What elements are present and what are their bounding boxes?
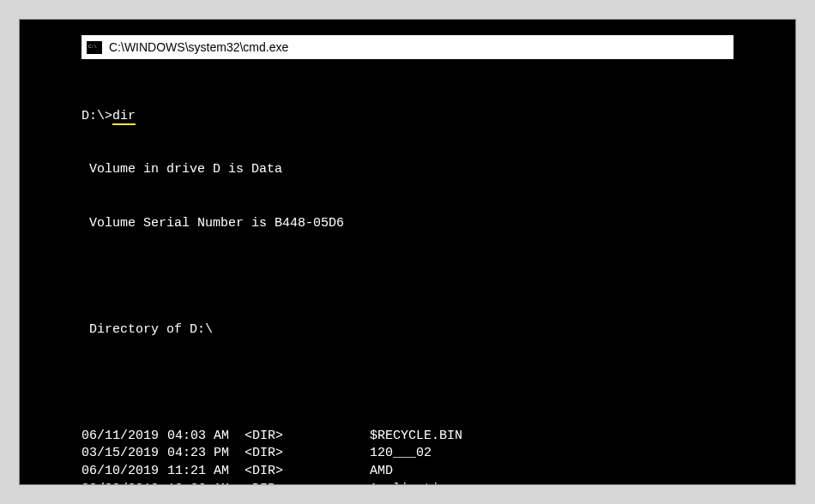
title-bar[interactable]: C:\WINDOWS\system32\cmd.exe bbox=[82, 35, 734, 59]
prompt-prefix: D:\> bbox=[82, 109, 112, 123]
dir-entry: 06/11/201904:03 AM<DIR>$RECYCLE.BIN bbox=[82, 428, 734, 446]
entry-name: 120___02 bbox=[370, 445, 432, 463]
cmd-icon bbox=[87, 41, 102, 54]
entry-time: 11:21 AM bbox=[167, 463, 244, 481]
entry-date: 08/02/2019 bbox=[82, 481, 167, 485]
console-window: C:\WINDOWS\system32\cmd.exe D:\>dir Volu… bbox=[19, 19, 796, 485]
entry-date: 06/10/2019 bbox=[82, 463, 167, 481]
entry-type: <DIR> bbox=[244, 481, 370, 485]
prompt-line: D:\>dir bbox=[82, 108, 734, 126]
entry-type: <DIR> bbox=[244, 445, 370, 463]
entry-time: 12:36 AM bbox=[167, 481, 244, 485]
terminal-output[interactable]: D:\>dir Volume in drive D is Data Volume… bbox=[82, 73, 734, 485]
entry-name: $RECYCLE.BIN bbox=[370, 428, 462, 446]
dir-entry: 06/10/201911:21 AM<DIR>AMD bbox=[82, 463, 734, 481]
blank-line bbox=[82, 268, 734, 286]
typed-command: dir bbox=[112, 109, 136, 125]
entry-date: 06/11/2019 bbox=[82, 428, 167, 446]
volume-line: Volume in drive D is Data bbox=[82, 161, 734, 179]
entry-date: 03/15/2019 bbox=[82, 445, 167, 463]
entry-time: 04:03 AM bbox=[167, 428, 244, 446]
entry-type: <DIR> bbox=[244, 428, 370, 446]
window-title: C:\WINDOWS\system32\cmd.exe bbox=[109, 40, 288, 54]
entry-name: Application bbox=[370, 481, 455, 485]
entry-time: 04:23 PM bbox=[167, 445, 244, 463]
dir-entry: 03/15/201904:23 PM<DIR>120___02 bbox=[82, 445, 734, 463]
directory-listing: 06/11/201904:03 AM<DIR>$RECYCLE.BIN03/15… bbox=[82, 428, 734, 485]
serial-line: Volume Serial Number is B448-05D6 bbox=[82, 215, 734, 233]
directory-of-line: Directory of D:\ bbox=[82, 321, 734, 339]
entry-name: AMD bbox=[370, 463, 393, 481]
blank-line bbox=[82, 375, 734, 393]
entry-type: <DIR> bbox=[244, 463, 370, 481]
dir-entry: 08/02/201912:36 AM<DIR>Application bbox=[82, 481, 734, 485]
